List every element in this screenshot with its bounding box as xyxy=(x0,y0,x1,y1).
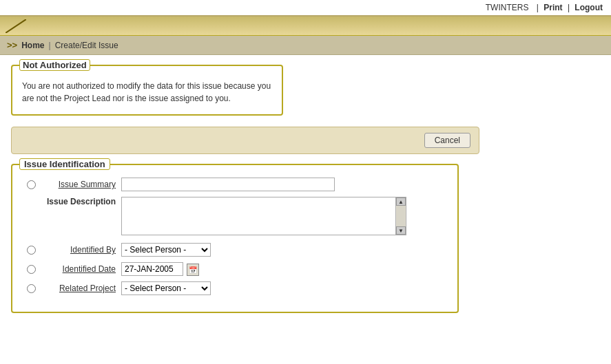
identified-by-label[interactable]: Identified By xyxy=(70,245,116,255)
breadcrumb-current-page: Create/Edit Issue xyxy=(55,41,118,50)
scroll-down-icon[interactable]: ▼ xyxy=(396,226,406,235)
breadcrumb: >> Home | Create/Edit Issue xyxy=(0,36,611,55)
identified-date-radio[interactable] xyxy=(27,265,36,274)
identified-by-label-cell: Identified By xyxy=(39,245,121,255)
identified-date-radio-cell xyxy=(23,265,39,274)
related-project-field-cell: - Select Person - xyxy=(121,281,446,295)
breadcrumb-home-link[interactable]: Home xyxy=(21,41,44,50)
identified-by-radio[interactable] xyxy=(27,246,36,255)
issue-summary-radio[interactable] xyxy=(27,180,36,189)
identified-date-input[interactable] xyxy=(121,262,183,276)
related-project-radio[interactable] xyxy=(27,284,36,293)
issue-description-label: Issue Description xyxy=(47,197,116,206)
identified-date-field-cell: 📅 xyxy=(121,262,446,276)
issue-description-textarea[interactable] xyxy=(121,197,406,235)
not-authorized-box: Not Authorized You are not authorized to… xyxy=(11,65,283,116)
identified-by-select[interactable]: - Select Person - xyxy=(121,243,211,257)
scroll-track xyxy=(397,206,405,226)
logout-link[interactable]: Logout xyxy=(574,3,603,12)
issue-description-row: Issue Description ▲ ▼ xyxy=(23,197,446,237)
related-project-label[interactable]: Related Project xyxy=(59,283,116,293)
issue-summary-label-cell: Issue Summary xyxy=(39,180,121,189)
print-link[interactable]: Print xyxy=(543,3,562,12)
main-content: Not Authorized You are not authorized to… xyxy=(0,55,611,323)
logo-diagonal xyxy=(6,19,26,33)
issue-description-label-cell: Issue Description xyxy=(39,197,121,206)
cancel-button[interactable]: Cancel xyxy=(424,133,470,148)
issue-identification-section: Issue Identification Issue Summary Issue… xyxy=(11,164,459,313)
identified-by-radio-cell xyxy=(23,246,39,255)
calendar-icon[interactable]: 📅 xyxy=(187,264,199,276)
identified-date-row: Identified Date 📅 xyxy=(23,262,446,276)
top-sep2: | xyxy=(568,3,572,12)
issue-summary-label[interactable]: Issue Summary xyxy=(59,180,116,189)
related-project-select[interactable]: - Select Person - xyxy=(121,281,211,295)
issue-summary-row: Issue Summary xyxy=(23,178,446,191)
related-project-label-cell: Related Project xyxy=(39,283,121,293)
related-project-radio-cell xyxy=(23,284,39,293)
identified-by-field-cell: - Select Person - xyxy=(121,243,446,257)
issue-summary-field-cell xyxy=(121,178,446,191)
description-scrollbar[interactable]: ▲ ▼ xyxy=(395,197,406,235)
banner-strip xyxy=(0,17,611,36)
breadcrumb-separator: | xyxy=(49,41,51,50)
not-authorized-message: You are not authorized to modify the dat… xyxy=(22,80,272,105)
identified-date-label-cell: Identified Date xyxy=(39,264,121,274)
issue-description-field-cell: ▲ ▼ xyxy=(121,197,446,237)
not-authorized-title: Not Authorized xyxy=(19,59,90,71)
related-project-row: Related Project - Select Person - xyxy=(23,281,446,295)
cancel-bar: Cancel xyxy=(11,127,479,154)
top-sep1: | xyxy=(537,3,539,12)
issue-section-title: Issue Identification xyxy=(19,158,110,170)
issue-summary-radio-cell xyxy=(23,180,39,189)
breadcrumb-arrow-icon: >> xyxy=(7,40,17,50)
identified-date-label[interactable]: Identified Date xyxy=(63,264,116,274)
issue-summary-input[interactable] xyxy=(121,178,335,191)
identified-by-row: Identified By - Select Person - xyxy=(23,243,446,257)
scroll-up-icon[interactable]: ▲ xyxy=(396,197,406,206)
username: TWINTERS xyxy=(486,3,529,12)
textarea-wrapper: ▲ ▼ xyxy=(121,197,406,237)
svg-line-0 xyxy=(6,19,26,33)
top-bar: TWINTERS | Print | Logout xyxy=(0,0,611,17)
